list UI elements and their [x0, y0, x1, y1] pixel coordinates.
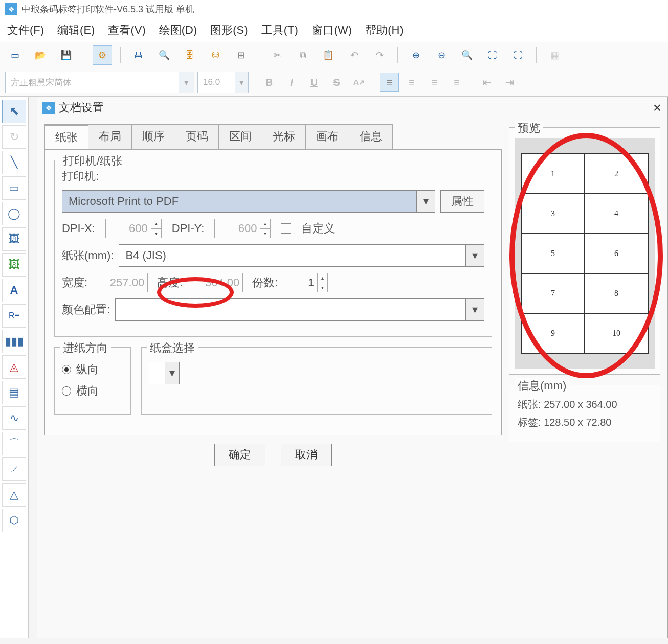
height-input[interactable]: 364.00	[192, 273, 243, 292]
align-left-icon[interactable]: ≡	[380, 73, 399, 92]
rect-tool-icon[interactable]: ▭	[2, 176, 26, 200]
cancel-button[interactable]: 取消	[281, 444, 332, 466]
fit-window-icon[interactable]: ⛶	[483, 45, 502, 65]
paper-size-select[interactable]: B4 (JIS) ▾	[119, 244, 484, 267]
menu-draw[interactable]: 绘图(D)	[159, 22, 197, 38]
ok-button[interactable]: 确定	[214, 444, 265, 466]
indent-left-icon[interactable]: ⇤	[477, 73, 497, 92]
preview-cell: 6	[585, 234, 648, 273]
shape-tool-icon[interactable]: ▤	[2, 381, 26, 404]
align-right-icon[interactable]: ≡	[425, 73, 444, 92]
settings-icon[interactable]: ⚙	[93, 45, 112, 65]
underline-icon[interactable]: U	[304, 73, 324, 92]
width-input[interactable]: 257.00	[97, 273, 148, 292]
copies-input[interactable]: 1	[287, 273, 318, 292]
fullscreen-icon[interactable]: ⛶	[508, 45, 528, 65]
arc-tool-icon[interactable]: ⌒	[2, 432, 26, 455]
portrait-radio[interactable]	[62, 365, 71, 374]
font-size-select[interactable]: 16.0 ▾	[197, 72, 249, 93]
polygon-tool-icon[interactable]: ⬡	[2, 509, 26, 532]
indent-right-icon[interactable]: ⇥	[500, 73, 519, 92]
cursor-tool-icon[interactable]: ⬉	[2, 100, 26, 123]
printer-value: Microsoft Print to PDF	[69, 195, 179, 208]
curve-tool-icon[interactable]: ∿	[2, 406, 26, 430]
print-icon[interactable]: 🖶	[129, 45, 148, 65]
font-family-select[interactable]: 方正粗黑宋简体 ▾	[5, 72, 194, 93]
new-icon[interactable]: ▭	[5, 45, 25, 65]
properties-button[interactable]: 属性	[440, 190, 484, 213]
dpi-y-spinner[interactable]: ▴▾	[260, 219, 271, 238]
color-config-select[interactable]: ▾	[115, 298, 484, 321]
zoom-fit-icon[interactable]: 🔍	[457, 45, 477, 65]
dpi-x-input[interactable]: 600	[105, 219, 151, 238]
redo-icon[interactable]: ↷	[370, 45, 389, 65]
dpi-x-spinner[interactable]: ▴▾	[151, 219, 162, 238]
database-icon[interactable]: 🗄	[180, 45, 199, 65]
align-center-icon[interactable]: ≡	[402, 73, 421, 92]
paste-icon[interactable]: 📋	[319, 45, 338, 65]
tab-canvas[interactable]: 画布	[305, 124, 349, 149]
menu-file[interactable]: 文件(F)	[7, 22, 44, 38]
menu-window[interactable]: 窗口(W)	[311, 22, 352, 38]
dpi-y-input[interactable]: 600	[214, 219, 260, 238]
strike-icon[interactable]: S	[327, 73, 346, 92]
copies-spinner[interactable]: ▴▾	[318, 273, 328, 292]
landscape-radio[interactable]	[62, 386, 71, 396]
tab-range[interactable]: 区间	[218, 124, 262, 149]
italic-icon[interactable]: I	[282, 73, 301, 92]
polyline-tool-icon[interactable]: ⟋	[2, 457, 26, 481]
layers-icon[interactable]: ▦	[545, 45, 564, 65]
bold-icon[interactable]: B	[259, 73, 279, 92]
richtext-tool-icon[interactable]: R≡	[2, 304, 26, 328]
custom-label: 自定义	[301, 221, 335, 236]
paper-label: 纸张(mm):	[62, 248, 114, 263]
ellipse-tool-icon[interactable]: ◯	[2, 202, 26, 225]
qr-tool-icon[interactable]: ◬	[2, 355, 26, 379]
zoom-out-icon[interactable]: ⊖	[432, 45, 451, 65]
menu-shape[interactable]: 图形(S)	[210, 22, 248, 38]
tab-cursor[interactable]: 光标	[262, 124, 306, 149]
tab-page[interactable]: 页码	[175, 124, 219, 149]
text-tool-icon[interactable]: A	[2, 279, 26, 302]
dialog-right-panel: 预览 1 2 3 4	[509, 119, 667, 637]
triangle-tool-icon[interactable]: △	[2, 483, 26, 507]
printer-select[interactable]: Microsoft Print to PDF ▾	[62, 190, 435, 213]
picture-tool-icon[interactable]: 🖼	[2, 253, 26, 277]
undo-icon[interactable]: ↶	[344, 45, 364, 65]
tray-section-label: 纸盒选择	[147, 340, 198, 356]
tab-order[interactable]: 顺序	[131, 124, 175, 149]
superscript-icon[interactable]: A↗	[349, 73, 369, 92]
feed-direction-fieldset: 进纸方向 纵向 横向	[54, 347, 131, 415]
zoom-in-icon[interactable]: ⊕	[406, 45, 426, 65]
format-toolbar: 方正粗黑宋简体 ▾ 16.0 ▾ B I U S A↗ ≡ ≡ ≡ ≡ ⇤ ⇥	[0, 68, 668, 97]
close-icon[interactable]: ×	[653, 100, 661, 116]
image-tool-icon[interactable]: 🖼	[2, 227, 26, 251]
preview-cell: 9	[521, 313, 585, 353]
main-toolbar: ▭ 📂 💾 ⚙ 🖶 🔍 🗄 ⛁ ⊞ ✂ ⧉ 📋 ↶ ↷ ⊕ ⊖ 🔍 ⛶ ⛶ ▦	[0, 42, 668, 68]
save-icon[interactable]: 💾	[56, 45, 76, 65]
grid-icon[interactable]: ⊞	[231, 45, 251, 65]
align-justify-icon[interactable]: ≡	[447, 73, 466, 92]
preview-icon[interactable]: 🔍	[154, 45, 174, 65]
tab-paper[interactable]: 纸张	[44, 124, 88, 149]
menu-tool[interactable]: 工具(T)	[261, 22, 298, 38]
barcode-tool-icon[interactable]: ▮▮▮	[2, 330, 26, 353]
line-tool-icon[interactable]: ╲	[2, 151, 26, 174]
tab-layout[interactable]: 布局	[88, 124, 132, 149]
app-icon: ❖	[5, 3, 17, 15]
db-link-icon[interactable]: ⛁	[206, 45, 225, 65]
tray-select[interactable]: ▾	[149, 362, 180, 384]
open-icon[interactable]: 📂	[31, 45, 50, 65]
dpi-y-label: DPI-Y:	[172, 222, 205, 235]
printer-section-label: 打印机/纸张	[60, 153, 125, 169]
custom-checkbox[interactable]	[281, 223, 291, 234]
copy-icon[interactable]: ⧉	[293, 45, 313, 65]
info-paper-value: 257.00 x 364.00	[544, 399, 617, 410]
cut-icon[interactable]: ✂	[268, 45, 287, 65]
menu-view[interactable]: 查看(V)	[108, 22, 145, 38]
separator	[84, 47, 84, 63]
tab-info[interactable]: 信息	[349, 124, 393, 149]
pan-tool-icon[interactable]: ↻	[2, 125, 26, 149]
menu-help[interactable]: 帮助(H)	[365, 22, 404, 38]
menu-edit[interactable]: 编辑(E)	[57, 22, 95, 38]
